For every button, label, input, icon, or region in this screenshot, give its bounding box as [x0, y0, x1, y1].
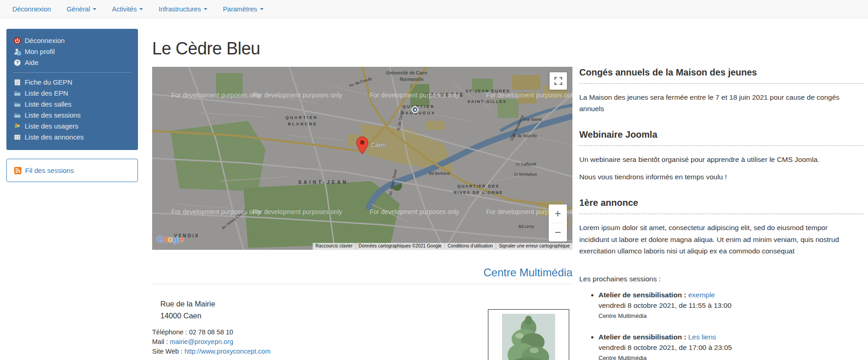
sidebar-item-liste-des-usagers[interactable]: Liste des usagers [14, 121, 131, 132]
users-icon [14, 123, 21, 130]
user-profile-icon: i [14, 48, 21, 55]
sidebar-item-label: Liste des usagers [25, 121, 79, 132]
sidebar-item-label: Aide [25, 57, 38, 68]
svg-text:?: ? [16, 60, 19, 65]
sidebar-item-liste-des-epn[interactable]: Liste des EPN [14, 88, 131, 99]
nav-activites[interactable]: Activités [104, 5, 151, 13]
session-item: Atelier de sensibilisation : Les liens v… [598, 332, 863, 360]
epn-details-section: Rue de la Mairie 14000 Caen Téléphone : … [152, 298, 572, 360]
nav-label: Général [67, 5, 90, 13]
nav-label: Paramètres [223, 5, 257, 13]
rss-icon [14, 167, 21, 174]
top-navbar: Déconnexion Général Activités Infrastruc… [0, 0, 868, 18]
fullscreen-button[interactable] [550, 72, 567, 90]
nav-label: Activités [112, 5, 137, 13]
announcement: Webinaire Joomla Un webinaire sera bient… [579, 129, 863, 183]
keyboard-shortcuts-link[interactable]: Raccourcis clavier [312, 243, 355, 250]
sidebar-item-liste-des-salles[interactable]: Liste des salles [14, 99, 131, 110]
sidebar-item-label: Liste des sessions [25, 110, 81, 121]
sidebar-item-mon-profil[interactable]: i Mon profil [14, 46, 131, 57]
sessions-feed-link[interactable]: Fil des sessions [25, 167, 74, 174]
folder-icon [14, 112, 21, 119]
sidebar-item-liste-des-sessions[interactable]: Liste des sessions [14, 110, 131, 121]
google-logo-letter: e [179, 234, 183, 244]
google-logo-letter: o [168, 234, 172, 244]
nav-general[interactable]: Général [59, 5, 105, 13]
announcement: 1ère annonce Lorem ipsum dolor sit amet,… [579, 198, 863, 256]
session-link[interactable]: Les liens [688, 333, 716, 341]
phone-value: 02 78 08 58 10 [189, 328, 233, 336]
google-map[interactable]: Université de CaenNormandieCALMETTEST JE… [152, 67, 572, 250]
nav-parametres[interactable]: Paramètres [215, 5, 271, 13]
page-title: Le Cèdre Bleu [152, 39, 572, 59]
sidebar-item-liste-des-annonces[interactable]: Liste des annonces [14, 132, 131, 143]
upcoming-sessions-heading: Les prochaines sessions : [579, 275, 863, 283]
divider [152, 284, 572, 284]
poi-marker-icon[interactable] [412, 106, 418, 113]
map-zoom-control: + − [549, 204, 567, 242]
announcement-title: Webinaire Joomla [579, 129, 863, 146]
sessions-feed-box: Fil des sessions [6, 159, 138, 182]
sidebar-item-deconnexion[interactable]: Déconnexion [14, 35, 131, 46]
session-date: vendredi 8 octobre 2021, de 11:55 à 13:0… [598, 300, 863, 311]
caret-down-icon [93, 8, 96, 10]
report-map-error-link[interactable]: Signaler une erreur cartographique [496, 243, 572, 250]
session-type: Atelier de sensibilisation : [598, 291, 686, 299]
sidebar-separator [14, 72, 131, 73]
sidebar-item-label: Mon profil [25, 46, 55, 57]
announcement-title: 1ère annonce [579, 198, 863, 214]
map-data-copyright: Données cartographiques ©2021 Google [355, 243, 445, 250]
newspaper-icon [14, 134, 21, 141]
power-icon [14, 37, 21, 44]
announcement-text: Lorem ipsum dolor sit amet, consectetur … [579, 222, 858, 256]
sidebar-item-label: Fiche du GEPN [25, 77, 72, 88]
address-line2: 14000 Caen [160, 312, 201, 320]
mail-link[interactable]: mairie@proxyepn.org [170, 338, 233, 345]
announcement-text: Nous vous tiendrons informés en temps vo… [579, 171, 858, 183]
sessions-list: Atelier de sensibilisation : exemple ven… [579, 290, 863, 360]
sidebar-item-label: Déconnexion [25, 35, 65, 46]
sidebar-item-fiche-du-gepn[interactable]: Fiche du GEPN [14, 77, 131, 88]
sidebar-menu: Déconnexion i Mon profil ? Aide Fiche du… [6, 29, 138, 150]
google-logo-letter: o [163, 234, 168, 244]
google-logo[interactable]: Google [157, 234, 183, 244]
help-icon: ? [14, 59, 21, 66]
nav-deconnexion[interactable]: Déconnexion [12, 5, 59, 13]
sidebar-item-aide[interactable]: ? Aide [14, 57, 131, 68]
mail-label: Mail : [152, 338, 170, 345]
main-content: Le Cèdre Bleu [152, 18, 572, 360]
announcement-text: La Maison des jeunes sera fermée entre l… [579, 91, 858, 114]
session-link[interactable]: exemple [688, 291, 715, 299]
phone-label: Téléphone : [152, 328, 189, 336]
session-place: Centre Multimédia [598, 354, 863, 360]
nav-label: Déconnexion [12, 5, 51, 13]
epn-center-name: Centre Multimédia [152, 266, 572, 279]
map-canvas [152, 67, 572, 250]
sidebar-item-label: Liste des annonces [25, 132, 84, 143]
folder-icon [14, 90, 21, 97]
caret-down-icon [204, 8, 207, 10]
address-line1: Rue de la Mairie [160, 300, 215, 308]
session-item: Atelier de sensibilisation : exemple ven… [598, 290, 863, 321]
session-date: vendredi 8 octobre 2021, de 17:00 à 23:0… [598, 342, 863, 353]
sidebar-item-label: Liste des salles [25, 99, 72, 110]
sidebar-item-label: Liste des EPN [25, 88, 68, 99]
google-logo-letter: G [157, 234, 163, 244]
terms-of-use-link[interactable]: Conditions d'utilisation [445, 243, 496, 250]
announcement-text: Un webinaire sera bientôt organisé pour … [579, 154, 858, 165]
map-attribution-bar: Raccourcis clavier Données cartographiqu… [312, 243, 572, 250]
announcement-title: Congés annuels de la Maison des jeunes [579, 67, 863, 84]
zoom-in-button[interactable]: + [549, 204, 567, 223]
zoom-out-button[interactable]: − [549, 223, 567, 242]
caret-down-icon [260, 8, 264, 10]
cedar-tree-photo [502, 314, 555, 360]
announcements-column: Congés annuels de la Maison des jeunes L… [579, 67, 863, 360]
nav-infrastructures[interactable]: Infrastructures [151, 5, 215, 13]
fullscreen-icon [553, 76, 563, 86]
website-label: Site Web : [152, 348, 185, 355]
session-type: Atelier de sensibilisation : [598, 333, 686, 341]
website-link[interactable]: http://www.proxyconcept.com [185, 348, 271, 355]
map-pin-icon[interactable] [356, 136, 369, 155]
folder-icon [14, 101, 21, 108]
document-icon [14, 79, 21, 86]
